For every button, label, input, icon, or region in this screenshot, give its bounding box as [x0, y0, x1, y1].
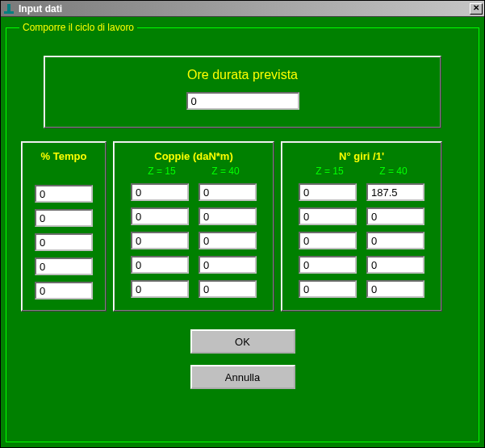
fieldset-legend: Comporre il ciclo di lavoro	[19, 22, 137, 33]
tempo-input-4[interactable]	[35, 282, 93, 299]
giri-header: N° giri /1'	[290, 150, 433, 162]
client-area: Comporre il ciclo di lavoro Ore durata p…	[6, 22, 479, 442]
tempo-box: % Tempo	[21, 141, 107, 312]
tempo-input-3[interactable]	[35, 257, 93, 275]
duration-label: Ore durata prevista	[52, 68, 433, 82]
coppie-z40-1[interactable]	[199, 207, 257, 225]
svg-rect-0	[7, 4, 10, 12]
tempo-header: % Tempo	[30, 150, 98, 162]
coppie-z15-0[interactable]	[131, 183, 189, 201]
duration-input[interactable]	[186, 92, 299, 110]
cancel-button[interactable]: Annulla	[190, 365, 295, 389]
tempo-input-2[interactable]	[35, 233, 93, 251]
coppie-sub-z40: Z = 40	[194, 165, 257, 177]
coppie-z15-4[interactable]	[131, 280, 189, 298]
titlebar: Input dati ✕	[1, 1, 484, 17]
columns-row: % Tempo Coppie (daN*m) Z = 15 Z = 40	[19, 141, 466, 312]
giri-z15-2[interactable]	[299, 232, 357, 249]
coppie-header: Coppie (daN*m)	[122, 150, 265, 162]
coppie-sub-z15: Z = 15	[130, 165, 194, 177]
ok-button[interactable]: OK	[190, 329, 295, 354]
giri-z15-4[interactable]	[299, 280, 357, 298]
giri-z40-0[interactable]	[366, 183, 424, 201]
coppie-box: Coppie (daN*m) Z = 15 Z = 40	[113, 141, 274, 312]
tempo-input-1[interactable]	[35, 209, 93, 227]
coppie-z15-3[interactable]	[131, 256, 189, 274]
coppie-z40-0[interactable]	[199, 183, 257, 201]
duration-box: Ore durata prevista	[44, 56, 441, 128]
giri-z15-3[interactable]	[299, 256, 357, 274]
giri-z40-2[interactable]	[366, 232, 424, 249]
button-area: OK Annulla	[19, 329, 466, 400]
window-root: Input dati ✕ Comporre il ciclo di lavoro…	[0, 0, 485, 448]
giri-z40-1[interactable]	[366, 207, 424, 225]
giri-z15-1[interactable]	[299, 207, 357, 225]
main-fieldset: Comporre il ciclo di lavoro Ore durata p…	[6, 22, 479, 442]
tempo-input-0[interactable]	[35, 185, 93, 203]
coppie-z40-3[interactable]	[199, 256, 257, 274]
coppie-z15-2[interactable]	[131, 232, 189, 249]
coppie-subheaders: Z = 15 Z = 40	[122, 165, 265, 177]
giri-z40-3[interactable]	[366, 256, 424, 274]
coppie-z40-2[interactable]	[199, 232, 257, 249]
giri-sub-z40: Z = 40	[362, 165, 425, 177]
close-button[interactable]: ✕	[470, 3, 483, 15]
svg-rect-1	[4, 11, 14, 14]
coppie-z40-4[interactable]	[199, 280, 257, 298]
giri-z15-0[interactable]	[299, 183, 357, 201]
app-icon	[2, 2, 15, 15]
giri-z40-4[interactable]	[366, 280, 424, 298]
giri-box: N° giri /1' Z = 15 Z = 40	[281, 141, 442, 312]
window-title: Input dati	[19, 3, 470, 15]
giri-subheaders: Z = 15 Z = 40	[290, 165, 433, 177]
giri-sub-z15: Z = 15	[298, 165, 362, 177]
coppie-z15-1[interactable]	[131, 207, 189, 225]
